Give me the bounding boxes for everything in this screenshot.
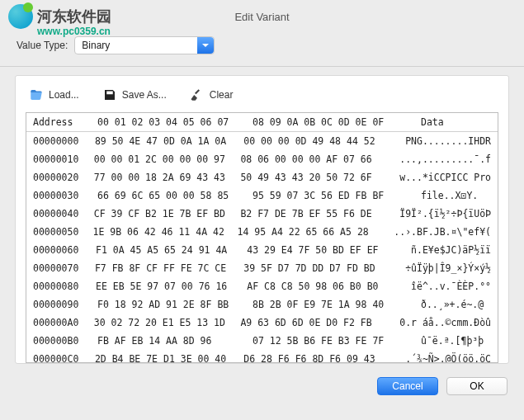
- col-hex-2: 08 09 0A 0B 0C 0D 0E 0F: [253, 116, 421, 128]
- col-address: Address: [33, 116, 97, 128]
- hex-row[interactable]: 00000070F7 FB 8F CF FF FE 7C CE39 5F D7 …: [26, 259, 498, 277]
- hex-row[interactable]: 000000501E 9B 06 42 46 11 4A 4214 95 A4 …: [26, 223, 498, 241]
- window-title: Edit Variant: [234, 11, 289, 23]
- hex-row[interactable]: 0000002077 00 00 18 2A 69 43 4350 49 43 …: [26, 168, 498, 186]
- hex-table[interactable]: Address 00 01 02 03 04 05 06 07 08 09 0A…: [26, 112, 498, 363]
- col-data: Data: [421, 116, 491, 128]
- hex-header: Address 00 01 02 03 04 05 06 07 08 09 0A…: [26, 113, 498, 132]
- save-as-button[interactable]: Save As...: [102, 87, 167, 102]
- load-button[interactable]: Load...: [29, 87, 79, 102]
- editor-panel: Load... Save As... Clear Address 00 01 0…: [15, 75, 509, 364]
- value-type-label: Value Type:: [17, 40, 68, 51]
- hex-row[interactable]: 000000A030 02 72 20 E1 E5 13 1DA9 63 6D …: [26, 314, 498, 332]
- svg-rect-0: [110, 92, 111, 93]
- broom-icon: [190, 87, 205, 102]
- value-type-select[interactable]: Binary: [74, 36, 215, 54]
- footer-buttons: Cancel OK: [0, 372, 524, 405]
- col-hex-1: 00 01 02 03 04 05 06 07: [97, 116, 253, 128]
- hex-row[interactable]: 0000003066 69 6C 65 00 00 58 8595 59 07 …: [26, 186, 498, 205]
- folder-open-icon: [29, 87, 44, 102]
- floppy-disk-icon: [102, 87, 117, 102]
- ok-button[interactable]: OK: [446, 377, 507, 395]
- divider: [0, 66, 524, 67]
- hex-row[interactable]: 00000040CF 39 CF B2 1E 7B EF BDB2 F7 DE …: [26, 205, 498, 223]
- hex-row[interactable]: 00000090F0 18 92 AD 91 2E 8F BB8B 2B 0F …: [26, 295, 498, 314]
- hex-row[interactable]: 0000001000 00 01 2C 00 00 00 9708 06 00 …: [26, 150, 498, 168]
- hex-row[interactable]: 000000C02D B4 BE 7E D1 3E 00 40D6 28 F6 …: [26, 350, 498, 363]
- titlebar: Edit Variant: [0, 0, 524, 33]
- hex-row[interactable]: 00000060F1 0A 45 A5 65 24 91 4A43 29 E4 …: [26, 241, 498, 259]
- value-type-selected: Binary: [82, 40, 110, 51]
- clear-button[interactable]: Clear: [190, 87, 234, 102]
- toolbar: Load... Save As... Clear: [26, 86, 498, 112]
- hex-row[interactable]: 00000080EE EB 5E 97 07 00 76 16AF C8 C8 …: [26, 277, 498, 295]
- hex-row[interactable]: 0000000089 50 4E 47 0D 0A 1A 0A00 00 00 …: [26, 132, 498, 150]
- chevron-down-icon: [197, 37, 214, 54]
- cancel-button[interactable]: Cancel: [377, 377, 438, 395]
- hex-row[interactable]: 000000B0FB AF EB 14 AA 8D 9607 12 5B B6 …: [26, 332, 498, 350]
